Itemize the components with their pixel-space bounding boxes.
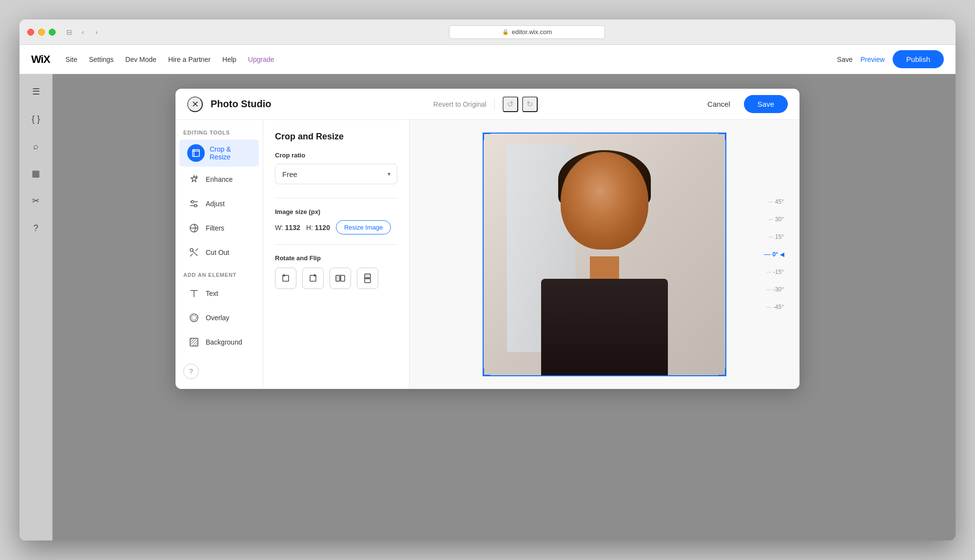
modal-close-button[interactable]: ✕	[187, 97, 203, 112]
current-angle: 0°	[773, 251, 778, 258]
publish-button[interactable]: Publish	[893, 50, 944, 68]
svg-line-11	[190, 254, 193, 257]
url-text: editor.wix.com	[512, 28, 552, 36]
nav-hire-partner[interactable]: Hire a Partner	[168, 56, 211, 63]
svg-rect-22	[283, 275, 289, 281]
cancel-button[interactable]: Cancel	[700, 96, 738, 112]
crop-controls-panel: Crop and Resize Crop ratio Free 1:1 4:3 …	[263, 120, 410, 389]
text-element-label: Text	[206, 290, 218, 297]
undo-button[interactable]: ↺	[503, 97, 518, 112]
ruler-label-neg30: -30°	[766, 281, 784, 298]
cut-out-label: Cut Out	[206, 249, 229, 256]
forward-button[interactable]: ›	[93, 28, 100, 36]
svg-rect-27	[365, 274, 370, 278]
tool-enhance[interactable]: Enhance	[179, 168, 259, 191]
svg-rect-28	[365, 279, 370, 283]
resize-image-button[interactable]: Resize Image	[336, 220, 391, 234]
ruler-tick	[768, 237, 773, 237]
overlay-icon	[187, 311, 201, 325]
nav-settings[interactable]: Settings	[89, 56, 114, 63]
ruler-label-45: 45°	[768, 193, 784, 211]
preview-button[interactable]: Preview	[860, 56, 885, 63]
window-icon[interactable]: ⊟	[65, 28, 73, 36]
redo-button[interactable]: ↻	[522, 97, 538, 112]
tool-overlay[interactable]: Overlay	[179, 306, 259, 329]
maximize-window-button[interactable]	[49, 29, 56, 36]
revert-to-original-button[interactable]: Revert to Original	[433, 100, 487, 108]
modal-save-button[interactable]: Save	[744, 95, 788, 113]
modal-header: ✕ Photo Studio Revert to Original ↺ ↻ Ca…	[176, 89, 800, 120]
close-window-button[interactable]	[27, 29, 34, 36]
svg-line-10	[193, 251, 198, 256]
width-value: 1132	[285, 224, 300, 232]
main-area: ☰ { } ⌕ ▦ ✂ ? ✕ Photo Studio Revert to O…	[20, 74, 956, 541]
ruler-tick-active	[764, 254, 771, 255]
tool-filters[interactable]: Filters	[179, 216, 259, 240]
modal-header-actions: Cancel Save	[700, 95, 788, 113]
window-chrome: ⊟ ‹ › 🔒 editor.wix.com WiX Site Settings…	[20, 19, 956, 541]
tool-cut-out[interactable]: Cut Out	[179, 241, 259, 264]
person-neck	[590, 256, 619, 281]
svg-point-6	[195, 205, 197, 207]
ruler-label-neg45: -45°	[766, 298, 784, 316]
tool-background[interactable]: Background	[179, 330, 259, 354]
crop-ratio-label: Crop ratio	[275, 152, 397, 159]
nav-upgrade[interactable]: Upgrade	[248, 56, 274, 63]
svg-point-9	[190, 249, 193, 251]
background-label: Background	[206, 338, 242, 346]
svg-point-14	[192, 315, 196, 320]
ruler-label-neg15: -15°	[766, 263, 784, 281]
title-bar: ⊟ ‹ › 🔒 editor.wix.com	[20, 19, 956, 45]
minimize-window-button[interactable]	[38, 29, 45, 36]
rotate-left-button[interactable]	[275, 268, 296, 289]
ruler-label-15: 15°	[768, 228, 784, 246]
tool-adjust[interactable]: Adjust	[179, 192, 259, 215]
modal-overlay: ✕ Photo Studio Revert to Original ↺ ↻ Ca…	[20, 74, 956, 541]
title-bar-nav: ⊟ ‹ ›	[65, 28, 100, 36]
filters-label: Filters	[206, 224, 224, 232]
crop-resize-label: Crop & Resize	[210, 145, 251, 161]
width-label: W: 1132	[275, 224, 300, 232]
tool-text[interactable]: Text	[179, 282, 259, 305]
nav-site[interactable]: Site	[65, 56, 77, 63]
height-label: H: 1120	[306, 224, 330, 232]
tool-crop-resize[interactable]: Crop & Resize	[179, 139, 259, 167]
crop-ratio-select[interactable]: Free 1:1 4:3 16:9 3:2	[275, 164, 397, 184]
url-input[interactable]: 🔒 editor.wix.com	[449, 25, 605, 39]
adjust-icon	[187, 197, 201, 211]
adjust-label: Adjust	[206, 200, 225, 208]
image-size-inputs: W: 1132 H: 1120 Resize Image	[275, 220, 397, 234]
nav-devmode[interactable]: Dev Mode	[125, 56, 156, 63]
ruler-tick	[768, 202, 773, 202]
ruler-tick	[766, 290, 771, 290]
nav-help[interactable]: Help	[222, 56, 236, 63]
help-icon[interactable]: ?	[183, 364, 199, 379]
editing-tools-label: EDITING TOOLS	[176, 130, 263, 135]
rotate-section-title: Rotate and Flip	[275, 254, 397, 262]
ruler-tick	[766, 272, 771, 272]
save-button[interactable]: Save	[837, 56, 853, 63]
svg-rect-0	[193, 150, 199, 156]
photo-studio-modal: ✕ Photo Studio Revert to Original ↺ ↻ Ca…	[176, 89, 800, 389]
modal-title: Photo Studio	[211, 98, 271, 110]
app-bar-actions: Save Preview Publish	[837, 50, 944, 68]
modal-header-center: Revert to Original ↺ ↻	[271, 97, 700, 112]
ruler-tick	[768, 219, 773, 220]
app-nav: Site Settings Dev Mode Hire a Partner He…	[65, 56, 274, 63]
ruler-label-30: 30°	[768, 211, 784, 228]
flip-vertical-button[interactable]	[357, 268, 378, 289]
back-button[interactable]: ‹	[79, 28, 87, 36]
overlay-label: Overlay	[206, 314, 229, 322]
flip-horizontal-button[interactable]	[330, 268, 351, 289]
svg-rect-15	[190, 338, 198, 346]
svg-line-17	[190, 338, 195, 343]
url-bar: 🔒 editor.wix.com	[106, 25, 948, 39]
enhance-icon	[187, 173, 201, 186]
height-value: 1120	[315, 224, 330, 232]
rotate-right-button[interactable]	[302, 268, 324, 289]
filters-icon	[187, 221, 201, 235]
svg-rect-23	[310, 275, 316, 281]
editing-tools-panel: EDITING TOOLS Crop & Resize	[176, 120, 263, 389]
preview-image	[483, 133, 726, 376]
ruler-label-0: 0° ◀	[764, 246, 784, 263]
